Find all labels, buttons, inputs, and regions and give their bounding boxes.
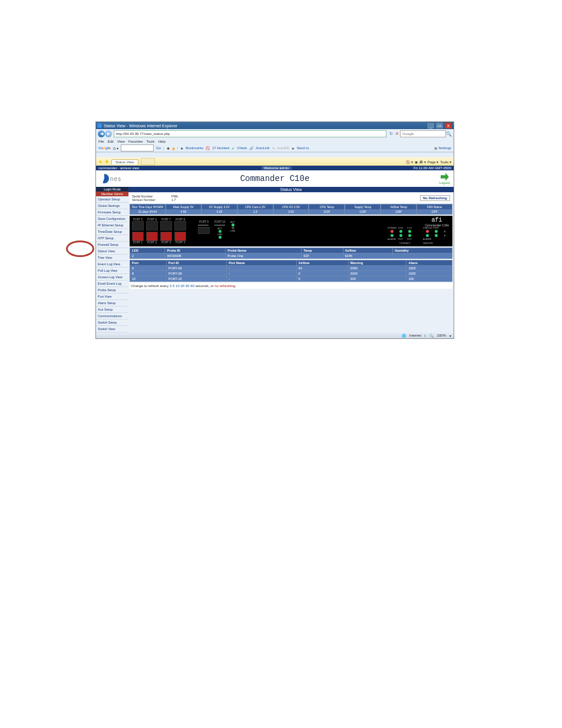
refresh-icon[interactable]: ↻	[389, 131, 393, 136]
zoom-dropdown[interactable]: ▾	[449, 334, 451, 338]
menu-file[interactable]: File	[98, 140, 104, 143]
menu-help[interactable]: Help	[158, 140, 166, 143]
sidebar-item-ip-ethernet-setup[interactable]: IP Ethernet Setup	[96, 222, 128, 229]
sidebar-item-operator-setup[interactable]: Operator Setup	[96, 196, 128, 203]
port-label-4: PORT 4	[174, 241, 186, 244]
sidebar-item-access-log-view[interactable]: Access Log View	[96, 274, 128, 281]
port-6	[146, 221, 158, 230]
sidebar-item-tree-view[interactable]: Tree View	[96, 255, 128, 261]
metric-main5v-h: Main Supply 5V	[166, 205, 201, 209]
ie-home-icon[interactable]: 🏠 ▾	[406, 160, 413, 164]
sidebar-item-global-settings[interactable]: Global Settings	[96, 203, 128, 209]
sidebar-item-port-view[interactable]: Port View	[96, 294, 128, 300]
menu-view[interactable]: View	[117, 140, 125, 143]
sidebar-item-switch-view[interactable]: Switch View	[96, 326, 128, 332]
nes-swirl-icon	[100, 174, 109, 183]
tab-status-view[interactable]: Status View	[111, 159, 138, 164]
port-4	[174, 232, 186, 241]
sidebar-item-email-event-log[interactable]: Email Event Log	[96, 281, 128, 287]
window-minimize[interactable]: _	[427, 122, 435, 129]
sidebar-item-ntp-setup[interactable]: NTP Setup	[96, 235, 128, 242]
metric-main5v-v: 4.92	[166, 209, 201, 214]
refresh-30[interactable]: 30	[186, 284, 190, 288]
commander-bar-left: commander - access view	[98, 166, 139, 170]
ie-page-menu[interactable]: Page ▾	[428, 160, 439, 164]
tb-star-icon[interactable]: ★	[180, 146, 183, 150]
refresh-5[interactable]: 5	[173, 284, 174, 288]
afi-brand: afi	[425, 217, 449, 223]
zoom-icon[interactable]: 🔍	[429, 334, 434, 338]
toolbar-spacer	[96, 152, 454, 157]
metric-cpuio-v: 2.52	[274, 209, 309, 214]
favorites-star-icon[interactable]: ★	[98, 159, 103, 164]
sidebar-item-aux-setup[interactable]: Aux Setup	[96, 307, 128, 313]
sidebar-item-probe-setup[interactable]: Probe Setup	[96, 287, 128, 294]
sidebar-item-status-view[interactable]: Status View	[96, 248, 128, 255]
menu-favorites[interactable]: Favorites	[128, 140, 143, 143]
search-icon[interactable]: 🔍	[446, 131, 452, 137]
metric-io33v-h: I/O Supply 3.3V	[202, 205, 237, 209]
refresh-60[interactable]: 60	[190, 284, 194, 288]
new-tab-button[interactable]	[141, 158, 155, 165]
address-bar-row: ◀ ▶ http://94.40.39.77/view_status.php ↻…	[96, 129, 454, 139]
back-button[interactable]: ◀	[98, 130, 105, 137]
tb-plus-icon[interactable]: ✚	[167, 146, 170, 150]
refresh-10[interactable]: 10	[176, 284, 180, 288]
tb-check[interactable]: Check	[237, 146, 247, 150]
sidebar-item-time-date-setup[interactable]: Time/Date Setup	[96, 229, 128, 235]
sidebar-item-communications[interactable]: Communications	[96, 313, 128, 319]
probe-table: LED Probe ID Probe Name Temp Airflow Hum…	[130, 248, 452, 259]
refresh-20[interactable]: 20	[180, 284, 184, 288]
tb-autolink[interactable]: AutoLink	[256, 146, 269, 150]
sidebar-item-event-log-view[interactable]: Event Log View	[96, 261, 128, 268]
tabs-bar: ★ ✚ Status View 🏠 ▾ ◉ 🖶 ▾ Page ▾ Tools ▾	[96, 157, 454, 166]
ie-print-icon[interactable]: 🖶 ▾	[419, 160, 426, 164]
sidebar-item-poll-log-view[interactable]: Poll Log View	[96, 268, 128, 274]
port-row: 10PORT-10-0300100	[130, 276, 452, 282]
no-refreshing-link[interactable]: no refreshing	[214, 284, 235, 288]
port-8	[174, 221, 186, 230]
tb-blocked-icon[interactable]: 🚫	[206, 146, 210, 150]
menu-tools[interactable]: Tools	[147, 140, 155, 143]
tb-autofill-icon[interactable]: ✎	[272, 146, 275, 150]
zoom-level[interactable]: 100%	[437, 334, 446, 337]
google-search-input[interactable]	[121, 144, 154, 151]
window-titlebar: Status View - Windows Internet Explorer …	[96, 122, 454, 129]
sidebar-item-save-configuration[interactable]: Save Configuration	[96, 216, 128, 222]
port-row: 6PORT-06-9430001000	[130, 266, 452, 271]
tb-rss-icon[interactable]: ◉	[172, 146, 175, 150]
ie-tools-menu[interactable]: Tools ▾	[440, 160, 451, 164]
tb-settings[interactable]: Settings	[438, 146, 451, 150]
sidebar-item-firmware-setup[interactable]: Firmware Setup	[96, 209, 128, 216]
window-maximize[interactable]: ▭	[435, 122, 444, 129]
sidebar-item-switch-setup[interactable]: Switch Setup	[96, 319, 128, 326]
logout-button[interactable]: Logout	[439, 173, 450, 185]
no-refreshing-badge: No Refreshing	[420, 195, 450, 201]
tb-sendto-icon[interactable]: ➤	[292, 146, 295, 150]
metric-cpucore-v: 1.3	[238, 209, 273, 214]
google-search-dropdown[interactable]: G ▾	[113, 146, 118, 150]
window-close[interactable]: X	[444, 122, 452, 129]
tb-sendto[interactable]: Send to	[297, 146, 309, 150]
tb-autolink-icon[interactable]: 🔗	[249, 146, 253, 150]
port-3	[160, 232, 172, 241]
probe-h-humidity: Humidity	[393, 248, 452, 253]
tb-check-icon[interactable]: ✔	[232, 146, 234, 150]
refresh-2[interactable]: 2	[170, 284, 171, 288]
menu-edit[interactable]: Edit	[108, 140, 114, 143]
browser-search[interactable]: Google	[400, 130, 446, 137]
ie-feeds-icon[interactable]: ◉	[415, 160, 418, 164]
google-logo: Google	[98, 146, 111, 150]
add-favorite-icon[interactable]: ✚	[105, 159, 109, 164]
nes-logo: nes	[100, 174, 121, 183]
sidebar-item-alarm-setup[interactable]: Alarm Setup	[96, 300, 128, 307]
settings-gear-icon[interactable]: ⚙	[434, 146, 437, 150]
tb-go[interactable]: Go	[156, 146, 161, 150]
address-bar[interactable]: http://94.40.39.77/view_status.php	[114, 130, 386, 137]
sidebar-item-firewall-setup[interactable]: Firewall Setup	[96, 242, 128, 248]
forward-button[interactable]: ▶	[105, 130, 112, 137]
stop-icon[interactable]: ✕	[395, 131, 399, 136]
port-h-alarm: Alarm	[406, 261, 452, 266]
metric-supplytemp-v: 110F	[345, 209, 380, 214]
tb-bookmarks[interactable]: Bookmarks	[186, 146, 203, 150]
